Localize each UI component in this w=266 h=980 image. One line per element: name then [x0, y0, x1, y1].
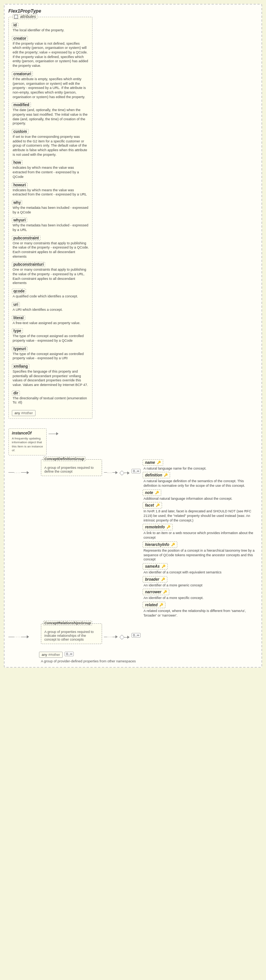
bottom-any-row: any ##other 0..∞	[39, 650, 258, 658]
right-item-remoteinfo: remoteInfo 🔑 A link to an item or a web …	[143, 524, 258, 540]
key-icon: 🔑	[161, 578, 165, 581]
middle-arrow-connector: ····	[104, 471, 118, 475]
attr-howuri: howuri Indicates by which means the valu…	[12, 182, 89, 197]
attr-qcode: qcode A qualified code which identifies …	[12, 289, 89, 299]
concept-definition-group-box: ConceptDefinitionGroup A group of proper…	[41, 459, 102, 476]
bottom-arrow-right2-icon	[115, 635, 118, 638]
attr-creator: creator If the property value is not def…	[12, 36, 89, 68]
right-item-name: name 🔑 A natural language name for the c…	[143, 459, 258, 471]
concept-rel-header: ConceptRelationshipsGroup	[43, 621, 92, 625]
key-icon: 🔑	[159, 603, 163, 607]
concept-def-desc: A group of properties required to define…	[44, 466, 99, 473]
right-items-section: name 🔑 A natural language name for the c…	[143, 459, 258, 618]
instance-connector	[49, 432, 58, 435]
any-other-row: any ##other	[12, 408, 89, 416]
instance-of-header: instanceOf	[12, 431, 43, 435]
attr-why: why Why the metadata has been included -…	[12, 200, 89, 215]
bottom-diamond-connector	[120, 635, 130, 639]
main-frame: Flex1PropType - attributes id The local …	[4, 4, 262, 668]
key-icon: 🔑	[163, 590, 167, 594]
attributes-header: - attributes	[13, 14, 37, 19]
bottom-section: ···· ConceptRelationshipsGroup A group o…	[8, 623, 258, 644]
bottom-any-box: any ##other	[39, 652, 63, 658]
attr-whyuri: whyuri Why the metadata has been include…	[12, 218, 89, 232]
right-item-hierarchyinfo: hierarchyInfo 🔑 Represents the position …	[143, 541, 258, 562]
cardinality-box: 0..∞	[131, 469, 141, 473]
bottom-any-cardinality: 0..∞	[65, 652, 74, 656]
bottom-any-desc: A group of provider-defined properties f…	[39, 659, 258, 663]
bottom-right-arrow-icon	[127, 636, 130, 639]
middle-left-connector: ····	[8, 471, 39, 475]
bottom-left-connector: ····	[8, 635, 39, 639]
right-item-note: note 🔑 Additional natural language infor…	[143, 489, 258, 501]
concept-relationships-group-box: ConceptRelationshipsGroup A group of pro…	[41, 623, 102, 644]
right-arrow-icon	[127, 471, 130, 475]
dots-icon: ····	[14, 471, 21, 475]
arrow-right-icon	[27, 471, 29, 474]
attr-pubconstraint: pubconstraint One or many constraints th…	[12, 236, 89, 259]
right-item-narrower: narrower 🔑 An identifier of a more speci…	[143, 589, 258, 601]
attr-uri: uri A URI which identifies a concept.	[12, 302, 89, 312]
attr-literal: literal A free-text value assigned as pr…	[12, 315, 89, 326]
instance-of-section: instanceOf A frequently updating informa…	[8, 425, 92, 455]
right-item-facet: facet 🔑 In NAR 1.8 and later, facet is d…	[143, 502, 258, 523]
key-icon: 🔑	[167, 525, 170, 529]
right-item-related: related 🔑 A related concept, where the r…	[143, 602, 258, 618]
instance-of-box: instanceOf A frequently updating informa…	[8, 428, 47, 455]
attr-creatoruri: creatoruri If the attribute is empty, sp…	[12, 71, 89, 99]
attributes-box: - attributes id The local identifier of …	[8, 17, 92, 419]
bottom-arrow-connector: ····	[104, 635, 118, 639]
bottom-diamond-icon	[120, 635, 124, 639]
attributes-list: id The local identifier of the property.…	[12, 23, 89, 416]
right-item-sameas: sameAs 🔑 An identifier of a concept with…	[143, 563, 258, 575]
key-icon: 🔑	[171, 543, 175, 546]
page-title: Flex1PropType	[8, 8, 258, 14]
collapse-icon[interactable]: -	[14, 15, 18, 19]
svg-marker-1	[120, 635, 124, 639]
attr-typeuri: typeuri The type of the concept assigned…	[12, 346, 89, 361]
attr-xmllang: xmllang Specifies the language of this p…	[12, 364, 89, 387]
attr-type: type The type of the concept assigned as…	[12, 328, 89, 343]
attributes-section: - attributes id The local identifier of …	[8, 17, 92, 455]
bottom-any-section: any ##other 0..∞ A group of provider-def…	[39, 650, 258, 663]
attr-how: how Indicates by which means the value w…	[12, 160, 89, 179]
attr-modified: modified The date (and, optionally, the …	[12, 102, 89, 126]
top-section: - attributes id The local identifier of …	[8, 17, 258, 455]
connector-line	[49, 434, 56, 434]
key-icon: 🔑	[162, 565, 165, 568]
right-item-definition: definition 🔑 A natural language definiti…	[143, 472, 258, 488]
svg-marker-0	[120, 471, 124, 475]
arrow-right-icon	[56, 432, 58, 435]
right-line	[21, 472, 27, 473]
middle-section: ···· ConceptDefinitionGroup A group of p…	[8, 459, 258, 618]
key-icon: 🔑	[164, 473, 168, 477]
concept-rel-desc: A group of properties required to indica…	[44, 630, 99, 641]
key-icon: 🔑	[156, 504, 160, 507]
bottom-cardinality-section: 0..∞	[131, 633, 141, 638]
left-line	[8, 472, 14, 473]
bottom-cardinality-box: 0..∞	[131, 633, 141, 638]
diamond-connector	[120, 471, 130, 475]
concept-def-header: ConceptDefinitionGroup	[43, 457, 86, 461]
attr-custom: custom If set to true the corresponding …	[12, 129, 89, 157]
diamond-icon	[120, 471, 124, 475]
attr-dir: dir The directionality of textual conten…	[12, 391, 89, 405]
attr-pubconstrainturi: pubconstrainturi One or many constraints…	[12, 262, 89, 286]
attr-id: id The local identifier of the property.	[12, 23, 89, 33]
cardinality-section: 0..∞	[131, 469, 141, 473]
right-item-broader: broader 🔑 An identifier of a more generi…	[143, 576, 258, 588]
bottom-arrow-right-icon	[27, 635, 29, 638]
instance-of-desc: A frequently updating information object…	[12, 437, 43, 453]
any-other-box: any ##other	[12, 410, 36, 416]
middle-arrow-right-icon	[115, 471, 118, 474]
key-icon: 🔑	[155, 491, 159, 494]
key-icon: 🔑	[157, 461, 161, 464]
